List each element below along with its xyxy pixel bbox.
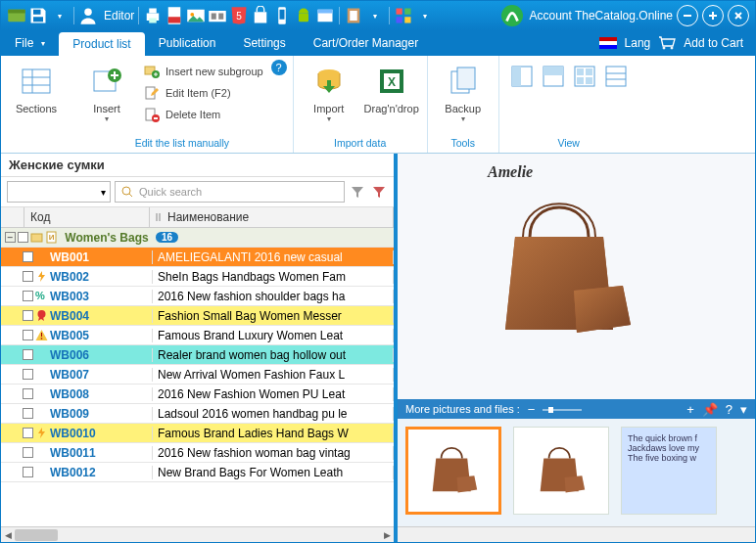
palette-icon[interactable]	[394, 6, 413, 25]
menubar: File▾ Product list Publication Settings …	[1, 30, 755, 56]
save-icon[interactable]	[28, 6, 48, 25]
svg-rect-18	[299, 14, 308, 23]
user-icon[interactable]	[78, 6, 98, 25]
image-icon[interactable]	[186, 6, 206, 25]
app-icon	[7, 6, 26, 25]
thumb-1[interactable]	[405, 427, 501, 515]
svg-point-75	[38, 310, 46, 318]
save-dropdown-icon[interactable]: ▾	[50, 6, 70, 25]
add-to-cart[interactable]: Add to Cart	[684, 36, 743, 50]
strip-minus[interactable]: −	[528, 403, 536, 416]
menu-settings[interactable]: Settings	[229, 30, 299, 56]
strip-collapse[interactable]: ▾	[740, 403, 747, 416]
cart-icon[interactable]	[658, 36, 676, 50]
palette-dropdown-icon[interactable]: ▾	[415, 6, 435, 25]
table-row[interactable]: WB0012 New Brand Bags For Women Leath	[1, 463, 394, 482]
sections-button[interactable]: Sections	[7, 60, 66, 114]
row-checkbox[interactable]	[23, 428, 33, 438]
row-checkbox[interactable]	[23, 310, 33, 321]
dragndrop-button[interactable]: X Drag'n'drop	[362, 60, 421, 114]
svg-rect-20	[318, 10, 333, 14]
shop-icon[interactable]	[251, 6, 270, 25]
table-row[interactable]: % WB003 2016 New fashion shoulder bags h…	[1, 287, 394, 306]
search-input[interactable]: Quick search	[115, 181, 345, 203]
product-tree[interactable]: − И Women's Bags 16 WB001 AMELIEGALANTI …	[1, 228, 394, 526]
svg-rect-17	[280, 10, 285, 20]
window-icon[interactable]	[315, 6, 335, 25]
table-row[interactable]: WB0010 Famous Brand Ladies Hand Bags W	[1, 424, 394, 443]
left-pane: Женские сумки ▾ Quick search Код Наимено…	[1, 154, 398, 542]
layout1-icon[interactable]	[511, 66, 533, 91]
svg-rect-72	[31, 234, 42, 242]
lang-label[interactable]: Lang	[625, 36, 651, 50]
filter-icon[interactable]	[349, 183, 366, 201]
layout2-icon[interactable]	[543, 66, 564, 91]
strip-plus[interactable]: +	[686, 403, 694, 416]
strip-help[interactable]: ?	[726, 403, 732, 416]
row-checkbox[interactable]	[23, 369, 33, 380]
backup-button[interactable]: Backup▾	[434, 60, 493, 123]
table-row[interactable]: WB004 Fashion Small Bag Women Messer	[1, 306, 394, 326]
android-icon[interactable]	[294, 6, 313, 25]
edit-manually-link[interactable]: Edit the list manually	[77, 135, 287, 153]
svg-rect-59	[543, 67, 563, 75]
print-icon[interactable]	[143, 6, 163, 25]
table-row[interactable]: WB008 2016 New Fashion Women PU Leat	[1, 385, 394, 404]
gallery-icon[interactable]	[208, 6, 227, 25]
svg-rect-64	[586, 77, 592, 84]
row-checkbox[interactable]	[23, 349, 33, 360]
table-row[interactable]: WB006 Realer brand women bag hollow out	[1, 345, 394, 365]
svg-rect-25	[397, 17, 402, 23]
table-row[interactable]: WB007 New Arrival Women Fashion Faux L	[1, 365, 394, 385]
help-button[interactable]: ?	[271, 60, 287, 75]
svg-text:И: И	[49, 233, 55, 242]
row-checkbox[interactable]	[23, 291, 33, 301]
group-row[interactable]: − И Women's Bags 16	[1, 228, 394, 248]
insert-button[interactable]: Insert▾	[77, 60, 136, 123]
table-row[interactable]: WB009 Ladsoul 2016 women handbag pu le	[1, 404, 394, 424]
clip-dropdown-icon[interactable]: ▾	[365, 6, 385, 25]
table-row[interactable]: WB001 AMELIEGALANTI 2016 new casual	[1, 248, 394, 267]
strip-pin[interactable]: 📌	[702, 403, 718, 416]
layout3-icon[interactable]	[574, 66, 595, 91]
table-row[interactable]: WB002 SheIn Bags Handbags Women Fam	[1, 267, 394, 287]
table-row[interactable]: WB005 Famous Brand Luxury Women Leat	[1, 326, 394, 345]
delete-item[interactable]: Delete Item	[140, 105, 267, 124]
edit-item[interactable]: Edit Item (F2)	[140, 83, 267, 103]
layout4-icon[interactable]	[605, 66, 627, 91]
row-checkbox[interactable]	[23, 271, 33, 282]
insert-subgroup[interactable]: Insert new subgroup	[140, 62, 267, 81]
maximize-button[interactable]	[702, 5, 724, 26]
svg-rect-2	[33, 10, 41, 15]
titlebar: ▾ Editor 5 ▾ ▾ Account TheCatalog.Online	[1, 1, 755, 30]
import-button[interactable]: Import▾	[300, 60, 358, 123]
filter-clear-icon[interactable]	[370, 183, 388, 201]
menu-cart-order[interactable]: Cart/Order Manager	[300, 30, 432, 56]
row-checkbox[interactable]	[23, 408, 33, 419]
mobile-icon[interactable]	[272, 6, 292, 25]
svg-rect-57	[512, 67, 521, 86]
close-button[interactable]	[728, 5, 749, 26]
row-checkbox[interactable]	[23, 447, 33, 458]
menu-product-list[interactable]: Product list	[59, 32, 144, 56]
table-row[interactable]: WB0011 2016 New fashion woman bag vintag	[1, 443, 394, 463]
pdf-icon[interactable]	[165, 6, 184, 25]
thumb-note[interactable]: The quick brown f Jackdaws love my The f…	[621, 427, 717, 515]
svg-rect-23	[397, 9, 402, 15]
menu-file[interactable]: File▾	[1, 30, 59, 56]
row-checkbox[interactable]	[23, 251, 33, 262]
menu-publication[interactable]: Publication	[145, 30, 230, 56]
minimize-button[interactable]	[677, 5, 698, 26]
h-scrollbar[interactable]: ◀▶	[1, 526, 394, 542]
row-checkbox[interactable]	[23, 388, 33, 399]
thumb-2[interactable]	[513, 427, 609, 515]
svg-rect-65	[606, 67, 626, 86]
strip-slider[interactable]	[543, 403, 582, 416]
row-checkbox[interactable]	[23, 330, 33, 340]
filter-combo[interactable]: ▾	[7, 181, 111, 203]
row-checkbox[interactable]	[23, 467, 33, 477]
account-label: Account TheCatalog.Online	[529, 9, 673, 23]
strip-scrollbar[interactable]	[398, 526, 755, 542]
paste-icon[interactable]	[344, 6, 363, 25]
html-icon[interactable]: 5	[229, 6, 249, 25]
